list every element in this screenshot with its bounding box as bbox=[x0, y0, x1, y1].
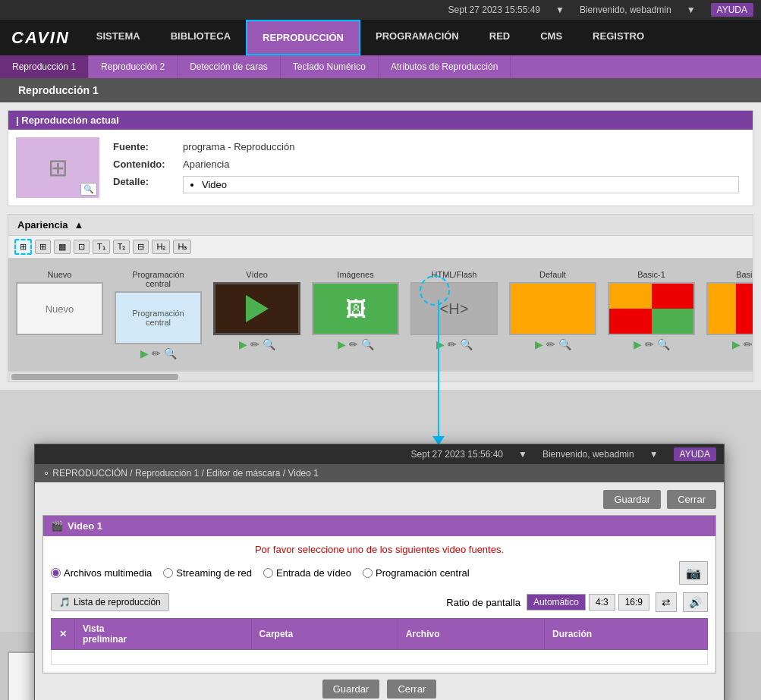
shuffle-button[interactable]: ⇄ bbox=[656, 592, 677, 612]
top-bar-dropdown[interactable]: ▼ bbox=[555, 5, 564, 15]
panel-info: Fuente: programa - Reproducción Contenid… bbox=[107, 137, 745, 198]
edit-icon-basic2[interactable]: ✏ bbox=[744, 338, 753, 350]
ratio-label: Ratio de pantalla bbox=[446, 597, 520, 608]
toolbar-btn-9[interactable]: H₃ bbox=[173, 240, 191, 254]
help-button[interactable]: AYUDA bbox=[711, 3, 753, 17]
ratio-169[interactable]: 16:9 bbox=[618, 594, 649, 611]
source-archivos[interactable]: Archivos multimedia bbox=[51, 567, 152, 579]
volume-button[interactable]: 🔊 bbox=[683, 592, 708, 612]
template-video[interactable]: Vídeo ▶ ✏ 🔍 bbox=[213, 270, 300, 350]
breadcrumb-text: REPRODUCCIÓN / Reproducción 1 / Editor d… bbox=[52, 468, 319, 479]
page-title: Reproducción 1 bbox=[11, 81, 106, 99]
scrollbar-thumb[interactable] bbox=[11, 374, 178, 380]
apariencia-title: Apariencia bbox=[17, 219, 68, 231]
top-bar: Sept 27 2023 15:55:49 ▼ Bienvenido, weba… bbox=[0, 0, 761, 20]
file-table: ✕ Vistapreliminar Carpeta Archivo Duraci… bbox=[51, 618, 708, 665]
subnav-reproduccion1[interactable]: Reproducción 1 bbox=[0, 55, 89, 78]
col-carpeta: Carpeta bbox=[251, 619, 398, 650]
zoom-icon-basic1[interactable]: 🔍 bbox=[657, 338, 670, 350]
cerrar-button-bottom[interactable]: Cerrar bbox=[387, 680, 436, 698]
overlay-user-dropdown[interactable]: ▼ bbox=[649, 449, 659, 460]
nav-reproduccion[interactable]: REPRODUCCIÓN bbox=[246, 20, 360, 55]
zoom-icon-html[interactable]: 🔍 bbox=[460, 338, 473, 350]
edit-icon-basic1[interactable]: ✏ bbox=[645, 338, 654, 350]
controls-row: 🎵 Lista de reproducción Ratio de pantall… bbox=[51, 592, 708, 612]
subnav-reproduccion2[interactable]: Reproducción 2 bbox=[89, 55, 178, 78]
play-icon-basic2[interactable]: ▶ bbox=[732, 338, 741, 350]
toolbar-btn-3[interactable]: ▦ bbox=[54, 240, 71, 254]
nav-programacion[interactable]: PROGRAMACIÓN bbox=[360, 20, 474, 55]
play-icon-video[interactable]: ▶ bbox=[239, 338, 247, 350]
guardar-button-bottom[interactable]: Guardar bbox=[322, 680, 380, 698]
template-nuevo[interactable]: Nuevo Nuevo bbox=[16, 270, 103, 338]
toolbar-btn-5[interactable]: T₁ bbox=[93, 240, 110, 254]
subnav-deteccion[interactable]: Detección de caras bbox=[178, 55, 281, 78]
zoom-button[interactable]: 🔍 bbox=[80, 183, 97, 196]
toolbar-btn-4[interactable]: ⊡ bbox=[74, 240, 90, 254]
nav-red[interactable]: RED bbox=[474, 20, 525, 55]
subnav-atributos[interactable]: Atributos de Reproducción bbox=[379, 55, 511, 78]
panel-thumbnail: ⊞ 🔍 bbox=[16, 137, 99, 198]
overlay-help-button[interactable]: AYUDA bbox=[674, 447, 716, 461]
edit-icon-default[interactable]: ✏ bbox=[546, 338, 555, 350]
template-default[interactable]: Default ▶ ✏ 🔍 bbox=[509, 270, 596, 350]
contenido-value: Apariencia bbox=[178, 156, 744, 172]
edit-icon-prog[interactable]: ✏ bbox=[152, 347, 161, 359]
video-panel-icon: 🎬 bbox=[51, 520, 63, 532]
play-icon-default[interactable]: ▶ bbox=[535, 338, 543, 350]
ratio-auto[interactable]: Automático bbox=[527, 594, 586, 611]
info-table: Fuente: programa - Reproducción Contenid… bbox=[107, 137, 745, 197]
toolbar-btn-1[interactable]: ⊞ bbox=[14, 239, 32, 255]
nav-sistema[interactable]: SISTEMA bbox=[81, 20, 156, 55]
ratio-43[interactable]: 4:3 bbox=[589, 594, 615, 611]
detalle-scroll[interactable]: Video bbox=[183, 176, 739, 193]
edit-icon-images[interactable]: ✏ bbox=[349, 338, 358, 350]
template-prog-central[interactable]: Programacióncentral Programacióncentral … bbox=[115, 270, 202, 359]
col-close[interactable]: ✕ bbox=[52, 619, 75, 650]
zoom-icon-prog[interactable]: 🔍 bbox=[164, 347, 177, 359]
play-icon-prog[interactable]: ▶ bbox=[140, 347, 149, 359]
overlay-body: Guardar Cerrar 🎬 Video 1 Por favor selec… bbox=[35, 482, 724, 700]
template-basic1[interactable]: Basic-1 ▶ ✏ 🔍 bbox=[608, 270, 695, 350]
play-icon-basic1[interactable]: ▶ bbox=[634, 338, 642, 350]
nav-registro[interactable]: REGISTRO bbox=[577, 20, 659, 55]
toolbar-btn-7[interactable]: ⊟ bbox=[133, 240, 149, 254]
toolbar-btn-8[interactable]: H₂ bbox=[152, 240, 170, 254]
zoom-icon-images[interactable]: 🔍 bbox=[361, 338, 374, 350]
edit-icon-video[interactable]: ✏ bbox=[250, 338, 259, 350]
guardar-button-top[interactable]: Guardar bbox=[603, 490, 661, 509]
nav-cms[interactable]: CMS bbox=[525, 20, 577, 55]
apariencia-collapse-icon[interactable]: ▲ bbox=[74, 219, 83, 231]
thumb-icon: ⊞ bbox=[48, 153, 68, 182]
template-basic2[interactable]: Basic-2 ▶ ✏ 🔍 bbox=[706, 270, 753, 350]
cerrar-button-top[interactable]: Cerrar bbox=[667, 490, 716, 509]
video-panel: 🎬 Video 1 Por favor seleccione uno de lo… bbox=[42, 515, 716, 673]
overlay-datetime-dropdown[interactable]: ▼ bbox=[518, 449, 527, 460]
arrow-indicator bbox=[432, 300, 445, 445]
camera-icon-btn[interactable]: 📷 bbox=[679, 561, 708, 585]
toolbar-btn-6[interactable]: T₂ bbox=[113, 240, 131, 254]
edit-icon-html[interactable]: ✏ bbox=[448, 338, 457, 350]
toolbar-btn-2[interactable]: ⊞ bbox=[35, 240, 51, 254]
source-entrada[interactable]: Entrada de vídeo bbox=[263, 567, 351, 579]
template-images[interactable]: Imágenes 🖼 ▶ ✏ 🔍 bbox=[312, 270, 399, 350]
overlay-breadcrumb: ⚬ REPRODUCCIÓN / Reproducción 1 / Editor… bbox=[35, 464, 724, 482]
zoom-icon-default[interactable]: 🔍 bbox=[558, 338, 571, 350]
detalle-label: Detalle: bbox=[108, 174, 177, 196]
source-streaming[interactable]: Streaming de red bbox=[163, 567, 252, 579]
apariencia-section: Apariencia ▲ ⊞ ⊞ ▦ ⊡ T₁ T₂ ⊟ H₂ H₃ Nuevo… bbox=[8, 214, 753, 382]
top-bar-user-dropdown[interactable]: ▼ bbox=[687, 5, 696, 15]
nav-biblioteca[interactable]: BIBLIOTECA bbox=[156, 20, 246, 55]
playlist-icon: 🎵 bbox=[59, 597, 71, 607]
col-archivo: Archivo bbox=[398, 619, 544, 650]
playlist-button[interactable]: 🎵 Lista de reproducción bbox=[51, 593, 169, 611]
horizontal-scrollbar[interactable] bbox=[8, 371, 753, 381]
subnav-teclado[interactable]: Teclado Numérico bbox=[281, 55, 379, 78]
top-bar-user: Bienvenido, webadmin bbox=[580, 5, 671, 15]
apariencia-toolbar: ⊞ ⊞ ▦ ⊡ T₁ T₂ ⊟ H₂ H₃ bbox=[8, 236, 753, 259]
zoom-icon-video[interactable]: 🔍 bbox=[263, 338, 275, 350]
source-programacion[interactable]: Programación central bbox=[363, 567, 470, 579]
play-icon-images[interactable]: ▶ bbox=[338, 338, 346, 350]
overlay-modal: Sept 27 2023 15:56:40 ▼ Bienvenido, weba… bbox=[34, 444, 725, 700]
breadcrumb-icon: ⚬ bbox=[42, 468, 50, 479]
